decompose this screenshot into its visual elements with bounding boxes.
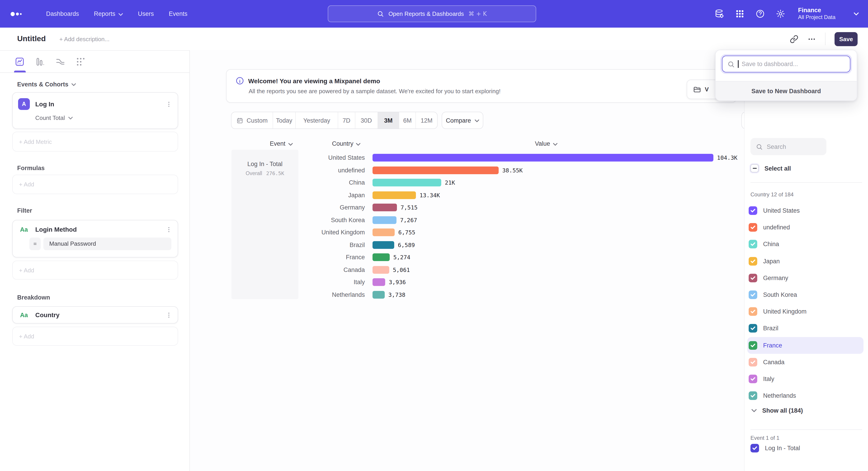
country-checkbox[interactable] (749, 257, 757, 265)
date-range-7d[interactable]: 7D (338, 112, 355, 128)
copy-link-icon[interactable] (790, 35, 798, 43)
nav-item-users[interactable]: Users (138, 10, 154, 17)
show-all-toggle[interactable]: Show all (184) (751, 407, 803, 414)
country-checkbox[interactable] (749, 341, 757, 350)
filter-value-chip[interactable]: Manual Password (43, 238, 171, 250)
country-filter-row[interactable]: Germany (747, 270, 864, 286)
country-filter-row[interactable]: Brazil (747, 320, 864, 337)
metric-event-name[interactable]: Log In (35, 100, 165, 108)
tab-insights[interactable] (14, 51, 25, 72)
add-filter-button[interactable]: + Add (12, 261, 178, 279)
filter-operator-chip[interactable]: = (29, 238, 41, 250)
country-filter-row[interactable]: Canada (747, 354, 864, 370)
filter-kebab-icon[interactable] (165, 226, 172, 233)
bar-value-label: 38.55K (502, 167, 523, 174)
tab-funnels[interactable] (35, 51, 45, 72)
bar-segment[interactable] (373, 291, 385, 299)
bar-segment[interactable] (373, 241, 394, 249)
country-checkbox[interactable] (749, 375, 757, 383)
nav-item-reports[interactable]: Reports (94, 10, 123, 17)
nav-item-events[interactable]: Events (169, 10, 188, 17)
data-management-icon[interactable] (715, 9, 724, 19)
banner-body: All the reports you see are powered by a… (249, 88, 736, 94)
event-checkbox-row[interactable]: Log In - Total (750, 444, 800, 452)
nav-right-cluster: Finance All Project Data (715, 0, 868, 28)
metric-card[interactable]: A Log In Count Total (12, 92, 178, 129)
country-checkbox[interactable] (749, 223, 757, 232)
filter-property-name[interactable]: Login Method (35, 226, 165, 233)
country-filter-row[interactable]: France (747, 337, 864, 354)
bar-segment[interactable] (373, 179, 441, 187)
country-checkbox[interactable] (749, 274, 757, 282)
country-checkbox[interactable] (749, 307, 757, 316)
bar-value-label: 21K (445, 179, 455, 186)
breakdown-property-name[interactable]: Country (35, 311, 165, 319)
country-filter-row[interactable]: Italy (747, 371, 864, 387)
country-filter-row[interactable]: undefined (747, 219, 864, 236)
bar-segment[interactable] (373, 167, 499, 174)
event-checkbox[interactable] (750, 444, 759, 452)
bar-segment[interactable] (373, 278, 385, 286)
nav-item-dashboards[interactable]: Dashboards (46, 10, 79, 17)
country-checkbox[interactable] (749, 206, 757, 215)
breakdown-kebab-icon[interactable] (165, 312, 172, 318)
bar-segment[interactable] (373, 254, 390, 261)
save-to-new-dashboard-button[interactable]: Save to New Dashboard (716, 81, 857, 100)
settings-gear-icon[interactable] (776, 9, 785, 19)
tab-retention[interactable] (75, 51, 86, 72)
country-checkbox[interactable] (749, 358, 757, 366)
bar-segment[interactable] (373, 204, 397, 211)
filter-card[interactable]: Aa Login Method = Manual Password (12, 220, 178, 258)
date-range-6m[interactable]: 6M (399, 112, 416, 128)
select-all-row[interactable]: Select all (750, 164, 791, 172)
metric-aggregation-dropdown[interactable]: Count Total (35, 115, 172, 121)
country-checkbox[interactable] (749, 240, 757, 248)
compare-button[interactable]: Compare (442, 112, 483, 129)
bar-segment[interactable] (373, 192, 416, 199)
select-all-checkbox[interactable] (750, 164, 758, 172)
bar-segment[interactable] (373, 266, 389, 274)
help-icon[interactable] (756, 9, 765, 19)
event-column-header[interactable]: Event (270, 140, 292, 147)
country-filter-row[interactable]: Japan (747, 253, 864, 269)
tab-flows[interactable] (55, 51, 66, 72)
event-series-panel[interactable]: Log In - Total Overall 276.5K (231, 150, 298, 299)
bar-segment[interactable] (373, 229, 395, 236)
date-range-custom[interactable]: Custom (231, 112, 273, 128)
events-cohorts-header[interactable]: Events & Cohorts (12, 80, 178, 89)
country-filter-row[interactable]: United States (747, 202, 864, 219)
save-dashboard-input[interactable] (742, 61, 850, 67)
date-range-3m[interactable]: 3M (378, 112, 399, 128)
date-range-12m[interactable]: 12M (416, 112, 437, 128)
save-dashboard-search[interactable] (722, 56, 850, 72)
global-search-button[interactable]: Open Reports & Dashboards ⌘ + K (328, 5, 536, 22)
more-options-icon[interactable] (807, 35, 816, 43)
segment-search-input[interactable]: Search (750, 138, 827, 155)
apps-grid-icon[interactable] (735, 9, 745, 19)
value-column-header[interactable]: Value (535, 140, 557, 147)
bar-segment[interactable] (373, 154, 713, 162)
date-range-yesterday[interactable]: Yesterday (296, 112, 338, 128)
project-chevron-down-icon[interactable] (854, 12, 859, 16)
report-title[interactable]: Untitled (17, 34, 46, 43)
bar-segment[interactable] (373, 216, 397, 224)
country-filter-row[interactable]: Netherlands (747, 387, 864, 404)
breakdown-card[interactable]: Aa Country (12, 306, 178, 324)
date-range-30d[interactable]: 30D (355, 112, 378, 128)
metric-kebab-icon[interactable] (165, 101, 172, 108)
country-filter-row[interactable]: China (747, 236, 864, 253)
country-checkbox[interactable] (749, 291, 757, 299)
add-breakdown-button[interactable]: + Add (12, 327, 178, 346)
country-filter-row[interactable]: United Kingdom (747, 303, 864, 320)
add-metric-button[interactable]: + Add Metric (12, 132, 178, 152)
country-checkbox[interactable] (749, 391, 757, 400)
country-checkbox[interactable] (749, 324, 757, 333)
mixpanel-logo-icon[interactable] (10, 9, 28, 18)
save-button[interactable]: Save (835, 32, 858, 46)
project-switcher[interactable]: Finance All Project Data (798, 6, 835, 21)
add-description-button[interactable]: + Add description... (59, 35, 110, 42)
date-range-today[interactable]: Today (273, 112, 296, 128)
add-formula-button[interactable]: + Add (12, 175, 178, 194)
country-filter-row[interactable]: South Korea (747, 286, 864, 303)
country-column-header[interactable]: Country (332, 140, 361, 147)
